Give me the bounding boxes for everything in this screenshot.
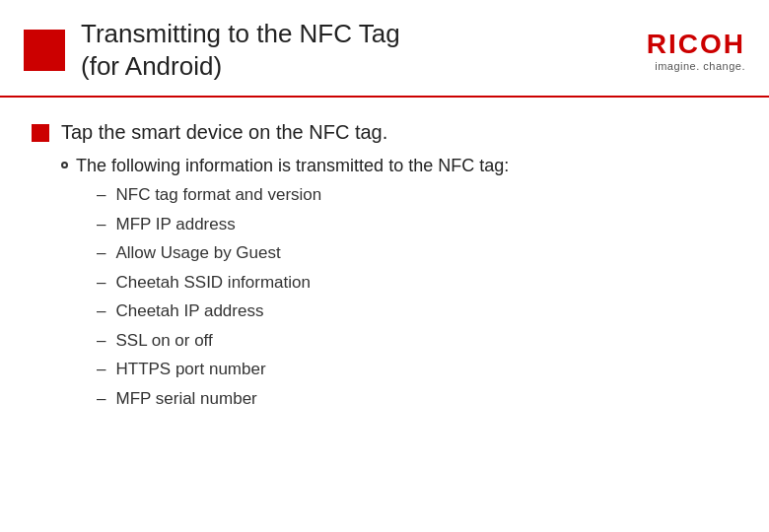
bullet-dot-icon: [61, 162, 68, 168]
list-item: –Cheetah IP address: [97, 299, 737, 324]
list-item-text: NFC tag format and version: [115, 182, 321, 208]
dash-icon: –: [97, 270, 105, 296]
bullet-point: The following information is transmitted…: [61, 156, 737, 176]
list-item: –MFP IP address: [97, 212, 737, 237]
page-content: Tap the smart device on the NFC tag. The…: [0, 98, 769, 438]
dash-icon: –: [97, 357, 105, 382]
red-square-icon: [24, 30, 65, 71]
dash-icon: –: [97, 240, 105, 266]
sub-section: The following information is transmitted…: [61, 156, 737, 411]
main-point: Tap the smart device on the NFC tag.: [32, 121, 737, 144]
dash-icon: –: [97, 386, 105, 412]
list-item: –Cheetah SSID information: [97, 270, 737, 296]
dash-icon: –: [97, 212, 105, 237]
main-point-text: Tap the smart device on the NFC tag.: [61, 121, 387, 144]
list-item-text: Cheetah IP address: [115, 299, 263, 324]
list-item: –MFP serial number: [97, 386, 737, 412]
dash-icon: –: [97, 182, 105, 208]
list-item-text: MFP IP address: [115, 212, 235, 237]
dash-icon: –: [97, 299, 105, 324]
list-item-text: Cheetah SSID information: [115, 270, 311, 296]
list-item: –NFC tag format and version: [97, 182, 737, 208]
list-item-text: SSL on or off: [115, 328, 212, 354]
list-item: –Allow Usage by Guest: [97, 240, 737, 266]
list-item: –HTTPS port number: [97, 357, 737, 382]
page-header: Transmitting to the NFC Tag (for Android…: [0, 0, 769, 98]
ricoh-tagline: imagine. change.: [655, 60, 745, 72]
red-bullet-icon: [32, 124, 49, 142]
page-title: Transmitting to the NFC Tag (for Android…: [81, 18, 400, 82]
list-item: –SSL on or off: [97, 328, 737, 354]
header-left: Transmitting to the NFC Tag (for Android…: [24, 18, 400, 82]
logo-area: RICOH imagine. change.: [647, 29, 745, 72]
list-item-text: Allow Usage by Guest: [115, 240, 280, 266]
dash-icon: –: [97, 328, 105, 354]
sub-bullet-text: The following information is transmitted…: [76, 156, 509, 176]
ricoh-logo: RICOH: [647, 29, 745, 60]
list-item-text: MFP serial number: [115, 386, 256, 412]
list-item-text: HTTPS port number: [115, 357, 265, 382]
list-items: –NFC tag format and version–MFP IP addre…: [97, 182, 737, 411]
